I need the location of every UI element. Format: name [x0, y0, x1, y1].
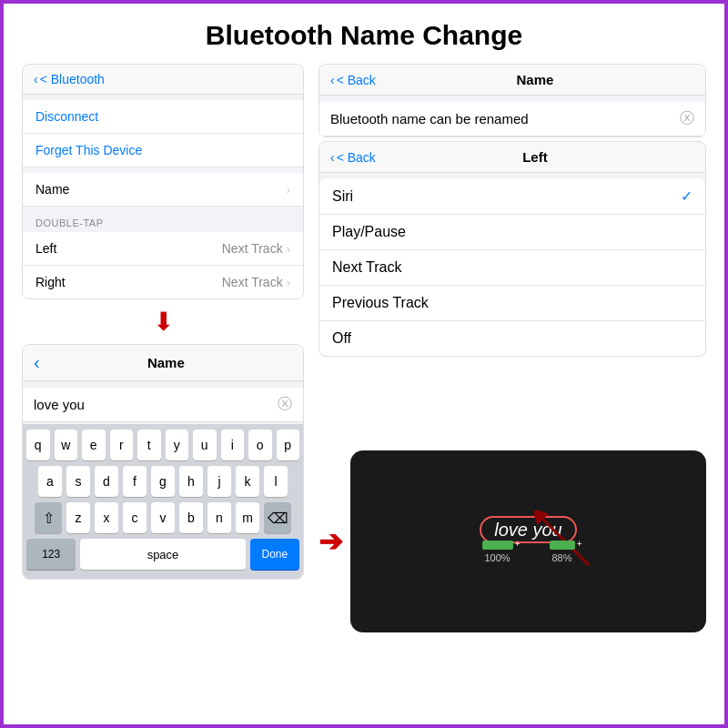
key-done[interactable]: Done	[250, 539, 299, 570]
key-z[interactable]: z	[66, 502, 90, 533]
rp-name-screen: ‹ < Back Name Bluetooth name can be rena…	[318, 64, 706, 137]
page-container: Bluetooth Name Change ‹ < Bluetooth Disc…	[0, 0, 728, 728]
option-siri[interactable]: Siri ✓	[319, 178, 705, 215]
siri-checkmark-icon: ✓	[681, 187, 693, 205]
name-screen-title: Name	[40, 355, 292, 370]
name-clear-icon[interactable]: ⓧ	[278, 395, 292, 414]
key-b[interactable]: b	[179, 502, 203, 533]
key-w[interactable]: w	[55, 430, 78, 460]
key-l[interactable]: l	[264, 466, 288, 497]
right-chevron-icon: ›	[287, 276, 290, 289]
airpods-section: ➔ love you	[318, 364, 706, 719]
rp-name-back-btn[interactable]: ‹ < Back	[330, 73, 376, 87]
disconnect-cell[interactable]: Disconnect	[23, 100, 303, 134]
option-off[interactable]: Off	[319, 321, 705, 356]
key-s[interactable]: s	[66, 466, 90, 497]
rp-name-title: Name	[517, 72, 554, 87]
key-u[interactable]: u	[193, 430, 217, 460]
key-x[interactable]: x	[95, 502, 118, 533]
name-cell-label: Name	[35, 182, 69, 197]
chevron-left-icon: ‹	[34, 72, 38, 86]
name-cell[interactable]: Name ›	[23, 173, 303, 207]
key-h[interactable]: h	[179, 466, 203, 497]
option-off-label: Off	[332, 330, 351, 347]
rp-left-nav: ‹ < Back Left	[319, 142, 705, 173]
keyboard: q w e r t y u i o p a s d	[23, 424, 303, 579]
left-cell-label: Left	[35, 241, 56, 256]
battery-right-bar	[550, 541, 575, 550]
right-arrow-icon: ➔	[318, 524, 343, 559]
name-input-value[interactable]: love you	[34, 397, 278, 412]
key-a[interactable]: a	[38, 466, 62, 497]
right-panel: ‹ < Back Name Bluetooth name can be rena…	[318, 64, 706, 719]
key-delete[interactable]: ⌫	[264, 502, 291, 533]
key-o[interactable]: o	[248, 430, 272, 460]
double-tap-header: DOUBLE-TAP	[23, 212, 303, 232]
bluetooth-back-btn[interactable]: ‹ < Bluetooth	[34, 72, 105, 86]
key-r[interactable]: r	[110, 430, 134, 460]
bluetooth-nav-bar: ‹ < Bluetooth	[23, 65, 303, 95]
key-v[interactable]: v	[151, 502, 175, 533]
rp-name-clear-icon[interactable]: ⓧ	[680, 109, 694, 128]
key-e[interactable]: e	[82, 430, 106, 460]
key-f[interactable]: f	[123, 466, 147, 497]
battery-left-bar	[482, 541, 513, 550]
disconnect-label: Disconnect	[35, 109, 98, 124]
key-j[interactable]: j	[207, 466, 231, 497]
name-editing-screen: ‹ Name love you ⓧ q w e r t y	[22, 344, 304, 580]
key-space[interactable]: space	[80, 539, 245, 570]
key-123[interactable]: 123	[26, 539, 76, 570]
rp-name-nav: ‹ < Back Name	[319, 65, 705, 96]
battery-left-pct: 100%	[484, 552, 510, 563]
bluetooth-back-label: < Bluetooth	[40, 72, 105, 86]
airpods-display: love you	[350, 450, 706, 632]
rp-name-back-label: < Back	[337, 73, 376, 87]
page-title: Bluetooth Name Change	[4, 4, 724, 64]
rp-left-title: Left	[522, 149, 548, 165]
option-nexttrack-label: Next Track	[332, 259, 401, 276]
option-prevtrack-label: Previous Track	[332, 295, 429, 311]
option-prevtrack[interactable]: Previous Track	[319, 286, 705, 321]
right-cell-value: Next Track	[222, 275, 283, 289]
right-cell[interactable]: Right Next Track ›	[23, 266, 303, 298]
left-cell[interactable]: Left Next Track ›	[23, 232, 303, 266]
battery-left: 100%	[482, 541, 513, 563]
rp-back-icon: ‹	[330, 73, 335, 87]
keyboard-row-3: ⇧ z x c v b n m ⌫	[26, 502, 299, 533]
key-m[interactable]: m	[236, 502, 259, 533]
key-q[interactable]: q	[26, 430, 50, 460]
left-cell-value: Next Track	[222, 241, 283, 256]
key-y[interactable]: y	[166, 430, 189, 460]
key-t[interactable]: t	[137, 430, 161, 460]
name-nav-bar: ‹ Name	[23, 345, 303, 381]
forget-device-label: Forget This Device	[35, 143, 142, 157]
keyboard-row-4: 123 space Done	[26, 539, 299, 570]
rp-name-input-row[interactable]: Bluetooth name can be renamed ⓧ	[319, 102, 705, 136]
left-chevron-icon: ›	[287, 242, 290, 256]
key-k[interactable]: k	[236, 466, 259, 497]
rp-left-back-btn[interactable]: ‹ < Back	[330, 150, 376, 165]
down-arrow-icon: ⬇	[22, 307, 304, 337]
key-shift[interactable]: ⇧	[35, 502, 62, 533]
keyboard-row-2: a s d f g h j k l	[26, 466, 299, 497]
option-nexttrack[interactable]: Next Track	[319, 250, 705, 286]
bluetooth-device-screen: ‹ < Bluetooth Disconnect Forget This Dev…	[22, 64, 304, 299]
option-playpause-label: Play/Pause	[332, 224, 406, 240]
key-g[interactable]: g	[151, 466, 175, 497]
key-c[interactable]: c	[123, 502, 147, 533]
name-chevron-icon: ›	[287, 183, 290, 197]
keyboard-row-1: q w e r t y u i o p	[26, 430, 299, 460]
key-p[interactable]: p	[277, 430, 300, 460]
name-back-chevron[interactable]: ‹	[34, 352, 40, 373]
option-playpause[interactable]: Play/Pause	[319, 215, 705, 250]
right-cell-label: Right	[35, 275, 66, 289]
key-i[interactable]: i	[221, 430, 245, 460]
key-n[interactable]: n	[207, 502, 231, 533]
name-input-row[interactable]: love you ⓧ	[23, 388, 303, 422]
forget-device-cell[interactable]: Forget This Device	[23, 134, 303, 167]
rp-left-back-label: < Back	[337, 150, 376, 165]
key-d[interactable]: d	[95, 466, 118, 497]
rp-options-list: Siri ✓ Play/Pause Next Track Previous Tr…	[319, 178, 705, 356]
rp-name-input-value[interactable]: Bluetooth name can be renamed	[330, 111, 680, 126]
option-siri-label: Siri	[332, 188, 353, 205]
